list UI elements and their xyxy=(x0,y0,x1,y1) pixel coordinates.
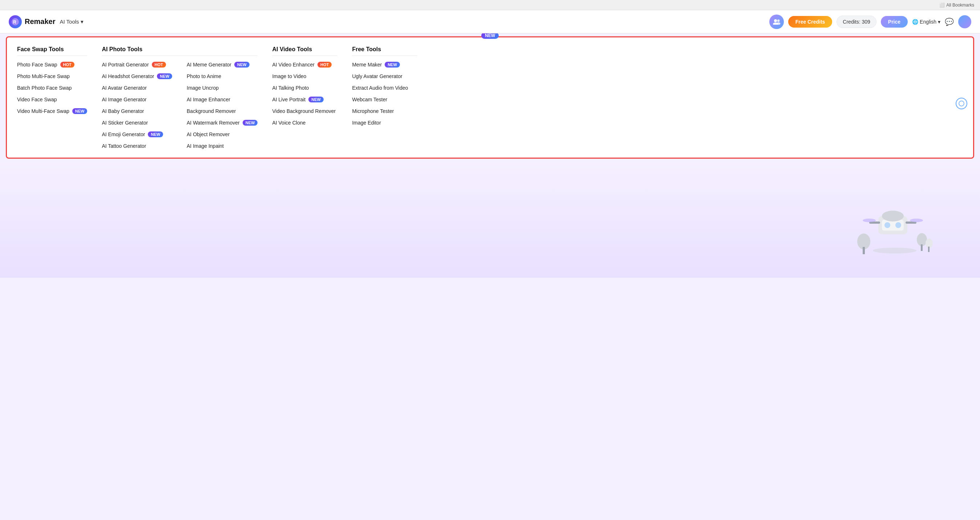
svg-point-19 xyxy=(910,219,923,222)
menu-item-ai-headshot-generator[interactable]: AI Headshot Generator NEW xyxy=(102,73,172,79)
illustration-area xyxy=(7,169,973,270)
svg-point-22 xyxy=(873,248,916,253)
free-credits-button[interactable]: Free Credits xyxy=(788,16,832,28)
svg-point-2 xyxy=(774,19,777,22)
menu-item-video-face-swap[interactable]: Video Face Swap xyxy=(17,97,87,102)
header-right: Free Credits Credits: 309 Price 🌐 Englis… xyxy=(769,14,971,29)
menu-item-background-remover[interactable]: Background Remover xyxy=(187,108,258,114)
menu-item-ai-avatar-generator[interactable]: AI Avatar Generator xyxy=(102,85,172,91)
free-tools-section: Free Tools Meme Maker NEW Ugly Avatar Ge… xyxy=(352,46,417,149)
menu-item-ai-tattoo-generator[interactable]: AI Tattoo Generator xyxy=(102,143,172,149)
svg-rect-10 xyxy=(921,244,923,251)
menu-item-microphone-tester[interactable]: Microphone Tester xyxy=(352,108,417,114)
new-badge: NEW xyxy=(157,73,172,79)
svg-point-9 xyxy=(917,233,927,246)
language-selector[interactable]: 🌐 English ▾ xyxy=(912,19,940,25)
new-badge: NEW xyxy=(243,120,258,126)
page-background xyxy=(0,162,980,278)
svg-text:R: R xyxy=(13,20,16,25)
scroll-button[interactable] xyxy=(956,98,967,109)
ai-photo-col2: AI Meme Generator NEW Photo to Anime Ima… xyxy=(187,62,258,149)
svg-rect-12 xyxy=(928,246,929,252)
bookmark-bar: ⬜ All Bookmarks xyxy=(0,0,980,10)
illustration-svg xyxy=(842,183,944,256)
menu-item-ai-object-remover[interactable]: AI Object Remover xyxy=(187,132,258,137)
language-label: English xyxy=(920,19,936,25)
menu-item-ai-sticker-generator[interactable]: AI Sticker Generator xyxy=(102,120,172,126)
menu-item-ai-portrait-generator[interactable]: AI Portrait Generator HOT xyxy=(102,62,172,68)
ai-tools-label: AI Tools xyxy=(60,19,79,25)
menu-item-photo-multi-face-swap[interactable]: Photo Multi-Face Swap xyxy=(17,73,87,79)
language-chevron-icon: ▾ xyxy=(938,19,940,25)
svg-point-15 xyxy=(882,211,904,221)
svg-rect-8 xyxy=(863,247,865,254)
brand-name: Remaker xyxy=(25,17,56,26)
header: R Remaker AI Tools ▾ Free Credits Credit… xyxy=(0,10,980,33)
menu-item-image-editor[interactable]: Image Editor xyxy=(352,120,417,126)
price-button[interactable]: Price xyxy=(881,16,908,28)
menu-item-extract-audio-from-video[interactable]: Extract Audio from Video xyxy=(352,85,417,91)
ai-video-title: AI Video Tools xyxy=(272,46,337,56)
logo-icon[interactable]: R xyxy=(9,15,22,28)
face-swap-items: Photo Face Swap HOT Photo Multi-Face Swa… xyxy=(17,62,87,114)
new-badge: NEW xyxy=(234,62,250,68)
menu-item-webcam-tester[interactable]: Webcam Tester xyxy=(352,97,417,102)
header-left: R Remaker AI Tools ▾ xyxy=(9,15,84,28)
menu-item-ai-voice-clone[interactable]: AI Voice Clone xyxy=(272,120,337,126)
new-badge: NEW xyxy=(72,108,88,114)
svg-point-18 xyxy=(863,219,876,222)
menu-item-ugly-avatar-generator[interactable]: Ugly Avatar Generator xyxy=(352,73,417,79)
ai-photo-section: AI Photo Tools AI Portrait Generator HOT… xyxy=(102,46,258,149)
user-avatar[interactable] xyxy=(958,15,971,28)
svg-point-21 xyxy=(896,222,901,228)
menu-item-ai-video-enhancer[interactable]: AI Video Enhancer HOT xyxy=(272,62,337,68)
globe-icon: 🌐 xyxy=(912,19,918,25)
face-swap-title: Face Swap Tools xyxy=(17,46,87,56)
ai-photo-items: AI Portrait Generator HOT AI Headshot Ge… xyxy=(102,62,258,149)
menu-item-photo-to-anime[interactable]: Photo to Anime xyxy=(187,73,258,79)
free-tools-items: Meme Maker NEW Ugly Avatar Generator Ext… xyxy=(352,62,417,126)
new-badge: NEW xyxy=(309,97,324,102)
menu-item-ai-emoji-generator[interactable]: AI Emoji Generator NEW xyxy=(102,132,172,137)
menu-item-ai-image-enhancer[interactable]: AI Image Enhancer xyxy=(187,97,258,102)
menu-item-meme-maker[interactable]: Meme Maker NEW xyxy=(352,62,417,68)
credits-button[interactable]: Credits: 309 xyxy=(837,16,876,28)
svg-point-5 xyxy=(776,22,780,25)
ai-video-items: AI Video Enhancer HOT Image to Video AI … xyxy=(272,62,337,126)
bookmark-icon: ⬜ xyxy=(939,3,945,8)
menu-item-video-multi-face-swap[interactable]: Video Multi-Face Swap NEW xyxy=(17,108,87,114)
ai-video-section: AI Video Tools AI Video Enhancer HOT Ima… xyxy=(272,46,337,149)
menu-item-ai-live-portrait[interactable]: AI Live Portrait NEW xyxy=(272,97,337,102)
menu-item-ai-talking-photo[interactable]: AI Talking Photo xyxy=(272,85,337,91)
ai-tools-menu-button[interactable]: AI Tools ▾ xyxy=(60,19,84,25)
new-badge: NEW xyxy=(148,132,163,137)
menu-item-ai-image-inpaint[interactable]: AI Image Inpaint xyxy=(187,143,258,149)
free-tools-title: Free Tools xyxy=(352,46,417,56)
bell-icon: 💬 xyxy=(945,18,954,26)
chevron-down-icon: ▾ xyxy=(81,19,84,25)
ai-photo-title: AI Photo Tools xyxy=(102,46,258,56)
notification-button[interactable]: 💬 xyxy=(945,17,954,26)
ai-photo-col1: AI Portrait Generator HOT AI Headshot Ge… xyxy=(102,62,172,149)
hot-badge: HOT xyxy=(60,62,75,68)
menu-item-ai-baby-generator[interactable]: AI Baby Generator xyxy=(102,108,172,114)
tools-dropdown-panel: NEW Face Swap Tools Photo Face Swap HOT … xyxy=(6,36,974,159)
all-bookmarks[interactable]: ⬜ All Bookmarks xyxy=(939,3,974,8)
bookmark-bar-label: All Bookmarks xyxy=(946,3,974,8)
hot-badge: HOT xyxy=(317,62,332,68)
user-group-icon[interactable] xyxy=(769,14,784,29)
menu-item-photo-face-swap[interactable]: Photo Face Swap HOT xyxy=(17,62,87,68)
menu-item-image-uncrop[interactable]: Image Uncrop xyxy=(187,85,258,91)
svg-point-6 xyxy=(959,101,964,106)
menu-item-ai-image-generator[interactable]: AI Image Generator xyxy=(102,97,172,102)
menu-item-image-to-video[interactable]: Image to Video xyxy=(272,73,337,79)
svg-point-20 xyxy=(885,222,890,228)
menu-item-ai-watermark-remover[interactable]: AI Watermark Remover NEW xyxy=(187,120,258,126)
new-badge: NEW xyxy=(385,62,400,68)
menu-item-video-background-remover[interactable]: Video Background Remover xyxy=(272,108,337,114)
svg-point-3 xyxy=(777,19,780,22)
main-content: NEW Face Swap Tools Photo Face Swap HOT … xyxy=(0,36,980,278)
menu-item-ai-meme-generator[interactable]: AI Meme Generator NEW xyxy=(187,62,258,68)
hot-badge: HOT xyxy=(152,62,166,68)
menu-item-batch-photo-face-swap[interactable]: Batch Photo Face Swap xyxy=(17,85,87,91)
